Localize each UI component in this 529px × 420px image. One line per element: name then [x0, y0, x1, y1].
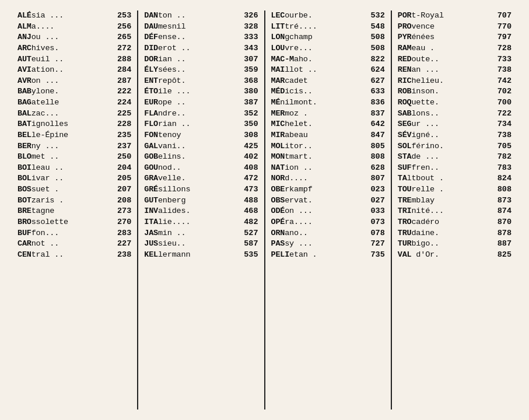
list-item: MAIllot .. 624 — [271, 65, 385, 76]
list-item: GRÉsillons 473 — [144, 184, 258, 195]
entry-dots: . — [54, 196, 64, 205]
entry-number: 073 — [369, 217, 385, 228]
entry-number: 408 — [242, 163, 258, 174]
list-item: RAMeau . 728 — [398, 43, 512, 54]
entry-name: MÉnilmont. — [271, 97, 317, 108]
entry-dots: .... — [289, 174, 308, 183]
entry-dots: . — [308, 152, 313, 161]
list-item: TROcadéro 870 — [398, 217, 512, 228]
list-item: BALzac... 225 — [17, 108, 131, 120]
entry-name: CARnot .. — [17, 239, 59, 250]
entry-name: LONgchamp — [271, 32, 313, 43]
entry-name: AUTeuil .. — [17, 54, 64, 65]
entry-name: MOLitor.. — [271, 141, 313, 152]
entry-name: MIChelet. — [271, 119, 313, 130]
entry-number: 333 — [242, 32, 258, 43]
entry-number: 728 — [495, 43, 512, 54]
entry-dots: . — [181, 76, 185, 85]
entry-name: OBErkampf — [271, 184, 313, 195]
list-item: MERmoz . 837 — [271, 108, 385, 120]
entry-number: 350 — [242, 119, 258, 130]
entry-name: MAIllot .. — [271, 65, 317, 76]
list-item: LITtré.... 548 — [271, 22, 385, 33]
entry-number: 847 — [369, 130, 385, 141]
entry-name: ANJou ... — [17, 32, 59, 43]
entry-name: GRÉsillons — [144, 184, 190, 195]
entry-name: MIRabeau — [271, 130, 308, 141]
entry-number: 225 — [115, 108, 131, 120]
entry-number: 642 — [369, 119, 385, 130]
entry-dots: ... — [45, 109, 59, 118]
entry-dots: ... — [421, 120, 439, 128]
list-item: BREtagne 273 — [17, 206, 131, 217]
entry-number: 797 — [495, 32, 512, 43]
list-item: INValides. 468 — [144, 206, 258, 217]
entry-name: BALzac... — [17, 108, 59, 120]
entry-number: 328 — [242, 22, 258, 33]
entry-name: BELle-Épine — [17, 130, 68, 141]
entry-name: PELIetan . — [271, 250, 317, 261]
entry-dots: . — [181, 174, 185, 183]
entry-name: GRAvelle. — [144, 173, 185, 184]
entry-number: 527 — [242, 228, 258, 239]
entry-dots: . — [425, 44, 435, 52]
entry-number: 700 — [495, 97, 512, 108]
entry-number: 265 — [115, 32, 131, 43]
entry-number: 738 — [495, 65, 512, 76]
entry-name: ROBinson. — [398, 86, 439, 97]
list-item: DANton .. 326 — [144, 10, 258, 22]
entry-name: SOLférino. — [398, 141, 444, 152]
entry-name: PROvence — [398, 22, 435, 33]
list-item: ODÉon ... 033 — [271, 206, 385, 217]
entry-number: 482 — [242, 217, 258, 228]
entry-name: FLAndre.. — [144, 108, 185, 120]
list-item: BAGatelle 224 — [17, 97, 131, 108]
entry-name: GUTenberg — [144, 195, 185, 206]
entry-name: PYRénées — [398, 32, 435, 43]
list-item: ALMa.... 256 — [17, 22, 131, 33]
entry-number: 468 — [242, 206, 258, 217]
entry-name: OPÉra.... — [271, 217, 313, 228]
entry-number: 284 — [115, 65, 131, 76]
entry-name: CENtral .. — [17, 250, 64, 261]
entry-number: 782 — [495, 152, 512, 163]
entry-dots: . — [435, 229, 439, 237]
entry-name: REDoute.. — [398, 54, 439, 65]
list-item: BELle-Épine 235 — [17, 130, 131, 141]
list-item: LONgchamp 508 — [271, 32, 385, 43]
list-item: VAL d'Or. 825 — [398, 250, 512, 261]
entry-number: 837 — [369, 108, 385, 120]
list-item: NATion .. 628 — [271, 163, 385, 174]
entry-name: MERmoz . — [271, 108, 308, 120]
entry-name: BOLivar .. — [17, 173, 64, 184]
list-item: TOUrelle . 808 — [398, 184, 512, 195]
entry-number: 734 — [495, 119, 512, 130]
list-item: CARnot .. 227 — [17, 239, 131, 250]
entry-name: DORian .. — [144, 54, 185, 65]
entry-name: TROcadéro — [398, 217, 439, 228]
entry-name: BATignolles — [17, 119, 68, 130]
entry-name: RIChelieu. — [398, 76, 444, 87]
entry-dots: . — [185, 206, 190, 215]
list-item: TURbigo.. 887 — [398, 239, 512, 250]
entry-name: STAde ... — [398, 152, 439, 163]
entry-number: 488 — [242, 195, 258, 206]
list-item: PASsy ... 727 — [271, 239, 385, 250]
entry-dots: ... — [41, 33, 59, 41]
entry-number: 283 — [115, 228, 131, 239]
entry-dots: .. — [430, 55, 439, 64]
entry-dots: .. — [299, 163, 313, 172]
entry-number: 878 — [495, 228, 512, 239]
entry-dots: . — [299, 109, 308, 118]
list-item: GOBelins. 402 — [144, 152, 258, 163]
entry-number: 805 — [369, 141, 385, 152]
entry-number: 207 — [115, 184, 131, 195]
entry-number: 735 — [369, 250, 385, 261]
list-item: BERny ... 237 — [17, 141, 131, 152]
list-item: ROQuette. 700 — [398, 97, 512, 108]
entry-dots: .. — [172, 163, 181, 172]
list-item: MIRabeau 847 — [271, 130, 385, 141]
entry-number: 368 — [242, 76, 258, 87]
list-item: PORt-Royal 707 — [398, 10, 512, 22]
entry-dots: .. — [50, 174, 64, 183]
